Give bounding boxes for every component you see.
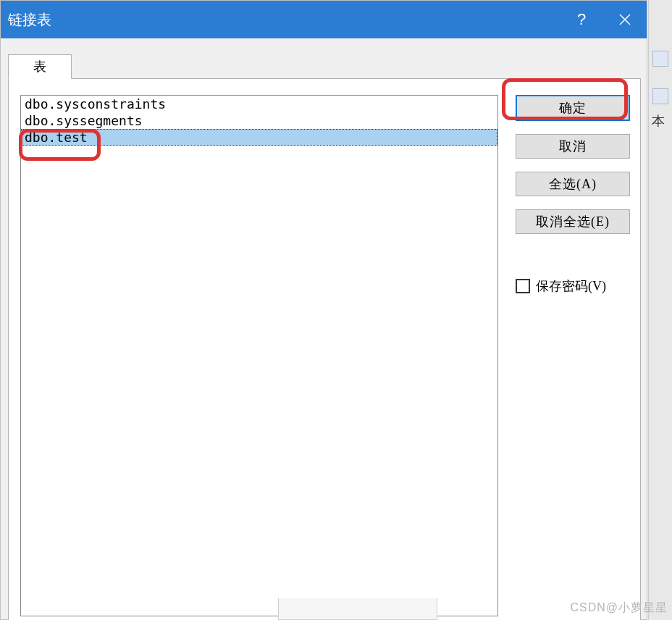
tab-container: 表 dbo.sysconstraints dbo.syssegments dbo… — [8, 54, 641, 620]
dialog-body: 表 dbo.sysconstraints dbo.syssegments dbo… — [1, 38, 647, 619]
button-label: 取消全选(E) — [536, 213, 610, 230]
background-panel — [278, 598, 437, 620]
button-label: 取消 — [559, 138, 587, 155]
checkbox-label: 保存密码(V) — [536, 277, 606, 295]
tab-tables[interactable]: 表 — [8, 54, 72, 79]
select-all-button[interactable]: 全选(A) — [516, 172, 630, 196]
background-icon — [652, 51, 668, 67]
save-password-row[interactable]: 保存密码(V) — [516, 277, 630, 295]
dialog-title: 链接表 — [8, 10, 560, 30]
tab-panel: dbo.sysconstraints dbo.syssegments dbo.t… — [8, 78, 641, 620]
tab-header: 表 — [8, 54, 72, 79]
link-tables-dialog: 链接表 ? 表 dbo.sysconstraints — [0, 0, 647, 620]
tables-listbox[interactable]: dbo.sysconstraints dbo.syssegments dbo.t… — [20, 95, 498, 616]
button-label: 全选(A) — [549, 175, 597, 193]
tab-label: 表 — [33, 58, 46, 75]
list-item[interactable]: dbo.syssegments — [21, 112, 497, 129]
cancel-button[interactable]: 取消 — [516, 134, 630, 159]
deselect-all-button[interactable]: 取消全选(E) — [516, 209, 630, 234]
background-icon — [652, 88, 668, 104]
save-password-checkbox[interactable] — [516, 279, 530, 293]
background-text: 本 — [652, 112, 665, 130]
help-icon: ? — [577, 10, 586, 29]
titlebar[interactable]: 链接表 ? — [1, 1, 647, 38]
close-icon — [618, 13, 631, 26]
list-item-label: dbo.sysconstraints — [25, 96, 166, 112]
watermark-text: CSDN@小萝星星 — [570, 600, 668, 616]
button-label: 确定 — [559, 99, 587, 117]
list-item-label: dbo.test — [25, 130, 88, 145]
ok-button[interactable]: 确定 — [516, 95, 630, 121]
close-button[interactable] — [603, 1, 647, 38]
buttons-column: 确定 取消 全选(A) 取消全选(E) 保存密码(V) — [516, 95, 630, 295]
help-button[interactable]: ? — [560, 1, 603, 38]
list-item[interactable]: dbo.sysconstraints — [21, 96, 497, 112]
background-strip — [648, 0, 672, 620]
list-item-label: dbo.syssegments — [25, 113, 143, 128]
list-item[interactable]: dbo.test — [21, 129, 497, 146]
